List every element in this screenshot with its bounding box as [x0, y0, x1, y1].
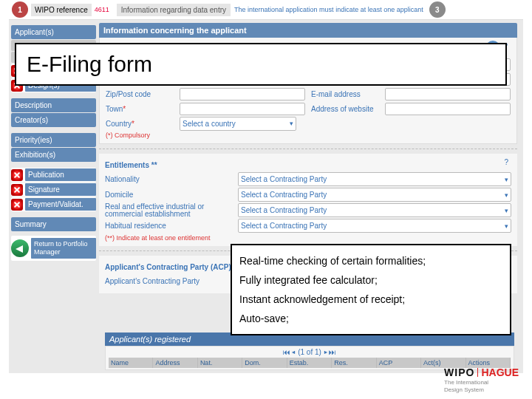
close-icon: [11, 169, 23, 181]
chevron-down-icon: ▾: [505, 176, 508, 183]
entitlement-note: (**) Indicate at least one entitlement: [105, 234, 511, 242]
contracting-party-select[interactable]: Select a Contracting Party▾: [238, 203, 511, 217]
sidebar-item-priority-ies-[interactable]: Priority(ies): [11, 133, 96, 147]
col-header[interactable]: Dom.: [242, 358, 287, 368]
country-select[interactable]: Select a country▾: [180, 117, 296, 131]
sidebar-item-summary[interactable]: Summary: [11, 217, 96, 231]
country-label: Country*: [106, 120, 180, 128]
brand-footer: WIPOHAGUE The International Design Syste…: [444, 366, 519, 393]
compulsory-note: (*) Compulsory: [106, 132, 511, 139]
info-label: Information regarding data entry: [117, 4, 231, 16]
sidebar-item-creator-s-[interactable]: Creator(s): [11, 113, 96, 127]
field-label: Real and effective industrial or commerc…: [105, 203, 238, 218]
return-icon: [11, 239, 29, 257]
col-header[interactable]: Estab.: [287, 358, 332, 368]
e-mail-address-input[interactable]: [385, 88, 511, 100]
sidebar-item-exhibition-s-[interactable]: Exhibition(s): [11, 148, 96, 162]
zip-post-code-input[interactable]: [180, 88, 305, 100]
chevron-down-icon: ▾: [505, 207, 508, 214]
top-stepper: 1 WIPO reference 4611 Information regard…: [9, 0, 523, 20]
chevron-down-icon: ▾: [505, 222, 508, 230]
return-portfolio[interactable]: Return to Portfolio Manager: [11, 236, 96, 261]
sidebar-item-payment-validat-[interactable]: Payment/Validat.: [11, 197, 96, 211]
applicants-registered: Applicant(s) registered ⏮ ◀ (1 of 1) ▶ ⏭…: [105, 332, 514, 370]
col-header[interactable]: ACP: [377, 358, 421, 368]
entitlements-panel: ? Entitlements ** NationalitySelect a Co…: [99, 154, 517, 246]
sidebar-item-signature[interactable]: Signature: [11, 183, 96, 197]
step-1-circle: 1: [12, 1, 28, 18]
field-label: Town*: [106, 105, 180, 113]
feature-line: Real-time checking of certain formalitie…: [239, 251, 502, 270]
field-label: Address of website: [311, 105, 385, 113]
feature-line: Instant acknowledgement of receipt;: [239, 290, 502, 309]
contracting-party-select[interactable]: Select a Contracting Party▾: [238, 172, 511, 186]
town-input[interactable]: [180, 103, 305, 115]
pager[interactable]: ⏮ ◀ (1 of 1) ▶ ⏭: [109, 348, 511, 356]
feature-line: Fully integrated fee calculator;: [239, 270, 502, 290]
help-icon[interactable]: ?: [504, 158, 508, 166]
step-3-circle: 3: [429, 1, 446, 18]
section-header: Information concerning the applicant: [99, 23, 517, 38]
field-label: Domicile: [105, 191, 238, 199]
col-header[interactable]: Nat.: [198, 358, 242, 368]
col-header[interactable]: Address: [153, 358, 197, 368]
features-box: Real-time checking of certain formalitie…: [231, 244, 511, 335]
chevron-down-icon: ▾: [505, 191, 508, 199]
contracting-party-select[interactable]: Select a Contracting Party▾: [238, 219, 511, 233]
acp-label: Applicant's Contracting Party: [105, 277, 238, 285]
info-text: The international application must indic…: [234, 6, 423, 13]
field-label: Zip/Post code: [106, 90, 180, 98]
address-of-website-input[interactable]: [385, 103, 511, 115]
slide-title: E-Filing form: [15, 43, 507, 86]
col-header[interactable]: Name: [109, 358, 153, 368]
entitlements-title: Entitlements **: [105, 161, 511, 169]
field-label: Habitual residence: [105, 222, 238, 230]
field-label: Nationality: [105, 176, 238, 183]
contracting-party-select[interactable]: Select a Contracting Party▾: [238, 188, 511, 202]
sidebar-item-description[interactable]: Description: [11, 98, 96, 112]
sidebar-item-applicant-s-[interactable]: Applicant(s): [11, 25, 96, 39]
col-header[interactable]: Res.: [332, 358, 376, 368]
close-icon: [11, 184, 23, 196]
feature-line: Auto-save;: [239, 309, 502, 328]
wipo-ref-label: WIPO reference: [31, 4, 92, 16]
wipo-ref-value: 4611: [95, 6, 109, 13]
chevron-down-icon: ▾: [290, 120, 293, 127]
close-icon: [11, 199, 23, 211]
sidebar-item-publication[interactable]: Publication: [11, 168, 96, 182]
field-label: E-mail address: [311, 90, 385, 98]
